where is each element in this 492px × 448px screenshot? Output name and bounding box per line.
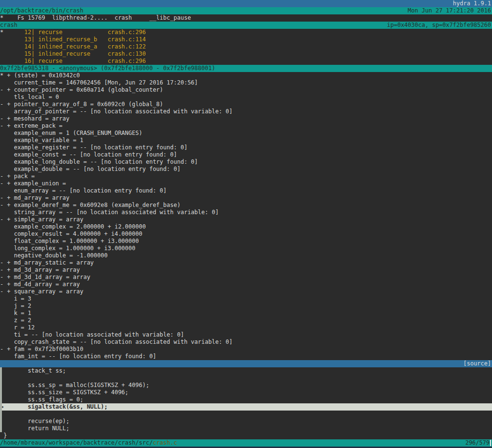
path-bar: /opt/backtrace/bin/crash Mon Jun 27 17:2… [0, 7, 492, 14]
variable-row-text: i = 3 [3, 295, 31, 302]
thread-row[interactable]: * Fs 15769 libpthread-2.... crash __libc… [0, 14, 492, 22]
variable-row-text: enum_array = -- [no location entry found… [3, 187, 167, 194]
variable-row-text: + md_4d_array = array [3, 281, 80, 288]
variable-row[interactable]: fam_int = -- [no location entry found: 0… [0, 353, 492, 360]
frame-row-text: 16| recurse crash.c:296 [3, 58, 146, 64]
register-values: ip=0x4030ca, sp=0x7f2bfe985260 [387, 22, 492, 29]
menu-items: q:Quit1:Threads2:Backtrace3:Variables4:A… [0, 0, 214, 7]
variable-row[interactable]: copy_crash_state = -- [no location assoc… [0, 339, 492, 346]
variable-row-text: example_complex = 2.000000 + i2.000000 [3, 223, 146, 230]
variable-row[interactable]: - + square_array = array [0, 288, 492, 295]
variable-row[interactable]: negative_double = -1.000000 [0, 252, 492, 259]
frame-row-text: 12| recurse crash.c:296 [3, 29, 146, 36]
variable-row-text: float_complex = 1.000000 + i3.000000 [3, 238, 139, 244]
variable-row[interactable]: example_double = -- [no location entry f… [0, 166, 492, 173]
variable-row[interactable]: - + pointer_to_array_of_8 = 0x6092c0 (gl… [0, 101, 492, 108]
variable-row[interactable]: tls_local = 0 [0, 94, 492, 101]
variable-row[interactable]: example_variable = 1 [0, 137, 492, 144]
menu-bar: q:Quit1:Threads2:Backtrace3:Variables4:A… [0, 0, 492, 7]
variable-row[interactable]: example_register = -- [no location entry… [0, 144, 492, 151]
variable-row[interactable]: - + md_array = array [0, 194, 492, 202]
source-line: ss.ss_size = SIGSTKSZ + 4096; [0, 389, 492, 396]
variable-row-text: string_array = -- [no location associate… [3, 209, 219, 216]
source-line-text: sigaltstack(&ss, NULL); [3, 403, 108, 410]
source-scrollbar[interactable] [0, 367, 2, 432]
variable-row[interactable]: long_complex = 1.000000 + i3.000000 [0, 245, 492, 252]
frame-row[interactable]: 13| inlined_recurse_b crash.c:114 [0, 36, 492, 43]
variable-row-text: example_register = -- [no location entry… [3, 144, 187, 151]
variable-row[interactable]: - + counter_pointer = 0x60a714 (global_c… [0, 86, 492, 94]
view-mode-label: [source] [463, 360, 492, 367]
variable-row[interactable]: - + fam = 0x7f2bf0003b10 [0, 346, 492, 353]
variable-row-text: z = 2 [3, 317, 31, 324]
variable-row[interactable]: z = 2 [0, 317, 492, 324]
source-line-text: ss.ss_size = SIGSTKSZ + 4096; [3, 389, 128, 396]
source-line: recurse(ep); [0, 418, 492, 425]
variable-row[interactable]: - + example_deref_me = 0x6092e8 (example… [0, 202, 492, 209]
source-view: stack_t ss; ss.ss_sp = malloc(SIGSTKSZ +… [0, 367, 492, 439]
frame-row[interactable]: 14| inlined_recurse_a crash.c:122 [0, 43, 492, 50]
datetime: Mon Jun 27 17:21:20 2016 [408, 7, 492, 14]
variable-row[interactable]: float_complex = 1.000000 + i3.000000 [0, 238, 492, 245]
variable-row[interactable]: ti = -- [no location associated with var… [0, 331, 492, 339]
variable-row-text: + square_array = array [3, 288, 83, 295]
variable-row[interactable]: - + md_array_static = array [0, 259, 492, 266]
terminal-cursor [490, 440, 491, 446]
variable-row-text: + md_3d_1d_array = array [3, 274, 90, 280]
frame-row[interactable]: 15| inlined_recurse crash.c:130 [0, 50, 492, 58]
source-line: stack_t ss; [0, 367, 492, 375]
variable-row[interactable]: - + simple_array = array [0, 216, 492, 223]
variable-row[interactable]: enum_array = -- [no location entry found… [0, 187, 492, 194]
variable-row[interactable]: k = 1 [0, 310, 492, 317]
crash-title: crash [0, 22, 17, 29]
variable-row[interactable]: example_complex = 2.000000 + i2.000000 [0, 223, 492, 230]
variable-row[interactable]: example_enum = 1 (CRASH_ENUM_ORANGES) [0, 130, 492, 137]
variable-row[interactable]: - + example_union = [0, 180, 492, 187]
source-line-text: return NULL; [3, 425, 69, 432]
variable-row-text: example_variable = 1 [3, 137, 83, 144]
variable-row[interactable]: - + extreme_pack = [0, 122, 492, 130]
frame-row[interactable]: 16| recurse crash.c:296 [0, 58, 492, 65]
variable-row-text: example_enum = 1 (CRASH_ENUM_ORANGES) [3, 130, 142, 136]
variable-row-text: + md_array = array [3, 194, 69, 201]
variable-row-text: + example_union = [3, 180, 66, 187]
variable-row-text: example_double = -- [no location entry f… [3, 166, 180, 172]
variable-row-text: complex_result = 4.000000 + i4.000000 [3, 230, 142, 237]
variable-row-text: ti = -- [no location associated with var… [3, 331, 184, 338]
app-version: hydra 1.9.1 [453, 0, 492, 7]
variable-row[interactable]: j = 2 [0, 303, 492, 310]
variable-row[interactable]: string_array = -- [no location associate… [0, 209, 492, 216]
variable-row[interactable]: example_long_double = -- [no location en… [0, 158, 492, 166]
threads-list: * Fs 15769 libpthread-2.... crash __libc… [0, 14, 492, 22]
variable-row-text: + extreme_pack = [3, 122, 62, 129]
variable-row[interactable]: - + md_3d_1d_array = array [0, 274, 492, 281]
variable-row[interactable]: current_time = 1467062456 [Mon, Jun 27 2… [0, 79, 492, 86]
variable-row[interactable]: * + (state) = 0x10342c0 [0, 72, 492, 79]
crash-bar: crash ip=0x4030ca, sp=0x7f2bfe985260 [0, 22, 492, 29]
source-line: return NULL; [0, 425, 492, 432]
variable-row-text: negative_double = -1.000000 [3, 252, 108, 259]
variable-row[interactable]: - + mesohard = array [0, 115, 492, 122]
variables-list: * + (state) = 0x10342c0 current_time = 1… [0, 72, 492, 360]
executable-path: /opt/backtrace/bin/crash [0, 7, 83, 14]
variable-row[interactable]: i = 3 [0, 295, 492, 303]
variable-row[interactable]: complex_result = 4.000000 + i4.000000 [0, 230, 492, 238]
variable-row-text: k = 1 [3, 310, 31, 316]
source-line-text: recurse(ep); [3, 418, 69, 424]
variable-row[interactable]: array_of_pointer = -- [no location assoc… [0, 108, 492, 115]
frame-row-text: 13| inlined_recurse_b crash.c:114 [3, 36, 146, 43]
variable-row[interactable]: example_const = -- [no location entry fo… [0, 151, 492, 158]
variable-row-text: + fam = 0x7f2bf0003b10 [3, 346, 83, 352]
variable-row[interactable]: - + md_3d_array = array [0, 266, 492, 274]
frame-row[interactable]: * 12| recurse crash.c:296 [0, 29, 492, 36]
variable-row[interactable]: - + pack = [0, 173, 492, 180]
hydra-debugger-window: q:Quit1:Threads2:Backtrace3:Variables4:A… [0, 0, 492, 448]
variable-row-text: current_time = 1467062456 [Mon, Jun 27 2… [3, 79, 198, 86]
variable-row-text: + pointer_to_array_of_8 = 0x6092c0 (glob… [3, 101, 163, 108]
variable-row[interactable]: r = 12 [0, 324, 492, 331]
memory-region-label: 0x7f2bfe985318 - <anonymous> (0x7f2bfe18… [0, 65, 215, 72]
variable-row-text: r = 12 [3, 324, 35, 331]
variable-row-text: + md_array_static = array [3, 259, 94, 266]
shortcut-keys: a:Attrc:Clse:Kernf:Fileg:Glblm:Mapp:Proc… [0, 360, 280, 367]
variable-row[interactable]: - + md_4d_array = array [0, 281, 492, 288]
